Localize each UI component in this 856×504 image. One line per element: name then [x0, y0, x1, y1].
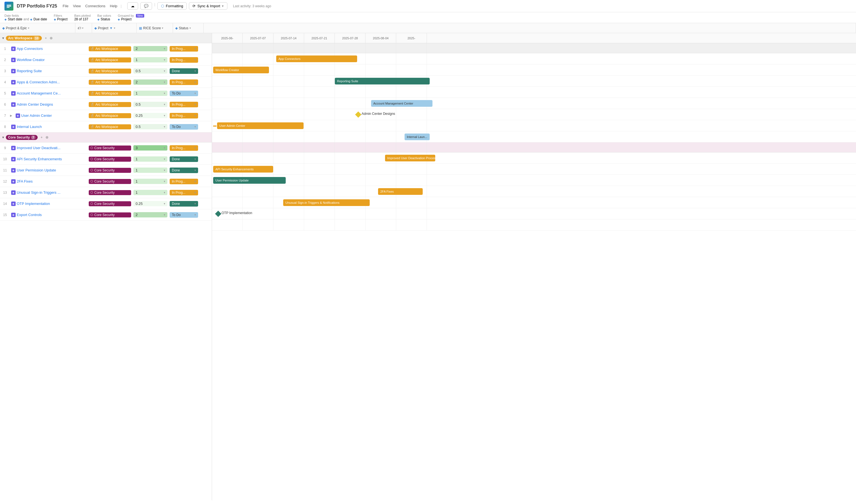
- row-link-2[interactable]: Workflow Creator: [17, 58, 45, 62]
- status-tag-2[interactable]: In Prog... ▾: [170, 57, 198, 63]
- gantt-row-1: App Connectors: [212, 53, 856, 65]
- rice-val-6[interactable]: 0.5 ▾: [133, 102, 168, 107]
- row-link-1[interactable]: App Connectors: [17, 47, 43, 51]
- status-tag-1[interactable]: In Prog... ▾: [170, 46, 198, 52]
- gantt-diamond-otp[interactable]: [215, 211, 222, 217]
- gantt-group-row-2: [212, 142, 856, 152]
- status-tag-8[interactable]: To Do ▾: [170, 124, 198, 130]
- row-link-6[interactable]: Admin Center Designs: [17, 102, 53, 107]
- status-tag-4[interactable]: In Prog... ▾: [170, 79, 198, 85]
- status-tag-3[interactable]: Done ▾: [170, 68, 198, 74]
- bar-colors-value[interactable]: ◆ Status: [98, 17, 111, 21]
- rice-val-2[interactable]: 1 ▾: [133, 57, 168, 62]
- col-header-rice[interactable]: ▦ RICE Score ▾: [137, 23, 173, 33]
- status-tag-14[interactable]: Done ▾: [170, 201, 198, 206]
- row-link-10[interactable]: API Security Enhancements: [17, 157, 62, 161]
- app-title: DTP Portfolio FY25: [17, 4, 57, 8]
- row-link-12[interactable]: 2FA Fixes: [17, 179, 33, 183]
- col-header-project[interactable]: ◆ Project ▼ ▾: [92, 23, 137, 33]
- status-tag-9[interactable]: In Prog... ▾: [170, 145, 198, 151]
- gantt-diamond-admin-center[interactable]: [355, 111, 362, 118]
- bar-colors-group: Bar colors ◆ Status: [98, 14, 111, 21]
- menu-view[interactable]: View: [73, 4, 81, 8]
- row-link-15[interactable]: Export Controls: [17, 213, 42, 217]
- rice-val-1[interactable]: 2 ▾: [133, 46, 168, 51]
- rice-val-9[interactable]: 3 ▾: [133, 145, 168, 150]
- status-tag-6[interactable]: In Prog... ▾: [170, 102, 198, 107]
- gantt-bar-reporting-suite[interactable]: Reporting Suite: [335, 78, 430, 85]
- gantt-bar-api-security[interactable]: API Security Enhancements: [213, 166, 273, 173]
- rice-val-11[interactable]: 1 ▾: [133, 167, 168, 173]
- row-link-8[interactable]: Internal Launch: [17, 125, 42, 129]
- gantt-bar-user-admin[interactable]: User Admin Center: [217, 122, 303, 129]
- status-tag-15[interactable]: To Do ▾: [170, 212, 198, 218]
- gantt-bar-account-mgmt[interactable]: Account Management Center: [371, 100, 433, 107]
- group-core-add[interactable]: +: [40, 135, 43, 139]
- row-link-3[interactable]: Reporting Suite: [17, 69, 42, 73]
- rice-val-5[interactable]: 1 ▾: [133, 91, 168, 96]
- row-link-7[interactable]: User Admin Center: [21, 113, 52, 118]
- row-num-2: 2: [0, 58, 10, 62]
- group-core-settings[interactable]: ⊗: [46, 135, 49, 139]
- grouped-by-value[interactable]: ◆ Project: [118, 17, 144, 21]
- row-link-11[interactable]: User Permission Update: [17, 168, 56, 172]
- group-arc-add[interactable]: +: [45, 36, 47, 40]
- status-tag-10[interactable]: Done ▾: [170, 156, 198, 162]
- row-project-14: ⬡ Core Security: [88, 201, 132, 207]
- group-collapse-btn[interactable]: ▾: [2, 36, 4, 40]
- gantt-bar-unusual-signin[interactable]: Unusual Sign-in Triggers & Notifications: [283, 199, 370, 206]
- rice-val-3[interactable]: 0.5 ▾: [133, 68, 168, 74]
- filter-bar: Date fields ◆ Start date and ◆ Due date …: [0, 12, 856, 23]
- row-link-14[interactable]: OTP Implementation: [17, 201, 50, 206]
- status-arrow-15: ▾: [194, 213, 196, 216]
- row-link-13[interactable]: Unusual Sign-in Triggers ...: [17, 191, 60, 195]
- start-date-diamond: ◆: [4, 18, 7, 21]
- row-link-4[interactable]: Apps & Connection Admi...: [17, 80, 60, 84]
- gantt-row-15: [212, 219, 856, 231]
- menu-help[interactable]: Help: [110, 4, 118, 8]
- col-header-status[interactable]: ◆ Status ▾: [173, 23, 204, 33]
- rice-val-8[interactable]: 0.5 ▾: [133, 124, 168, 129]
- col-header-project-epic[interactable]: ◆ Project & Epic ▾: [0, 23, 75, 33]
- status-tag-11[interactable]: Done ▾: [170, 167, 198, 173]
- status-tag-13[interactable]: In Prog... ▾: [170, 190, 198, 195]
- gantt-bar-2fa-fixes[interactable]: 2FA Fixes: [378, 188, 423, 195]
- row-rice-5: 1 ▾: [132, 90, 169, 96]
- row-link-5[interactable]: Account Management Ce...: [17, 91, 61, 95]
- sync-import-button[interactable]: ⟳ Sync & Import ▾: [189, 2, 227, 10]
- rice-val-10[interactable]: 1 ▾: [133, 156, 168, 162]
- rice-val-15[interactable]: 2 ▾: [133, 212, 168, 217]
- gantt-bar-user-permission[interactable]: User Permission Update: [213, 177, 286, 184]
- gantt-diamond-label-otp: OTP Implementation: [222, 211, 252, 215]
- project-filter-value[interactable]: ◆ Project: [54, 17, 68, 21]
- row-icon-11: ◈: [11, 168, 16, 173]
- row-status-11: Done ▾: [169, 167, 199, 174]
- bars-plotted-value[interactable]: 28 of 137: [74, 17, 91, 21]
- status-tag-12[interactable]: In Prog... ▾: [170, 179, 198, 184]
- rice-arrow-4: ▾: [164, 80, 165, 84]
- date-fields-value[interactable]: ◆ Start date and ◆ Due date: [4, 17, 47, 21]
- row-expand-7[interactable]: ▶: [10, 114, 15, 117]
- formatting-button[interactable]: ⬡ Formatting: [157, 2, 187, 10]
- rice-val-13[interactable]: 1 ▾: [133, 190, 168, 195]
- gantt-bar-workflow-creator[interactable]: Workflow Creator: [213, 67, 269, 73]
- status-tag-5[interactable]: To Do ▾: [170, 91, 198, 96]
- rice-val-7[interactable]: 0.25 ▾: [133, 113, 168, 118]
- rice-val-14[interactable]: 0.25 ▾: [133, 201, 168, 206]
- menu-file[interactable]: File: [63, 4, 69, 8]
- menu-connections[interactable]: Connections: [85, 4, 105, 8]
- due-date-label: Due date: [34, 17, 47, 21]
- cloud-icon: ☁: [131, 4, 135, 8]
- gantt-bar-app-connectors[interactable]: App Connectors: [276, 55, 357, 62]
- rice-val-12[interactable]: 1 ▾: [133, 179, 168, 184]
- group-arc-settings[interactable]: ⊗: [50, 36, 53, 40]
- cloud-button[interactable]: ☁: [127, 2, 138, 10]
- gantt-bar-internal-launch[interactable]: Internal Laun...: [405, 133, 430, 140]
- status-tag-7[interactable]: In Prog... ▾: [170, 113, 198, 119]
- gantt-bar-improved-user-deactivation[interactable]: Improved User Deactivation Process: [385, 155, 435, 161]
- row-link-9[interactable]: Improved User Deactivati...: [17, 146, 60, 150]
- rice-val-4[interactable]: 2 ▾: [133, 79, 168, 85]
- group-collapse-btn-2[interactable]: ▾: [2, 135, 4, 139]
- chat-button[interactable]: 💬: [140, 2, 152, 10]
- col-header-tag[interactable]: 🏷 ▾: [75, 23, 92, 33]
